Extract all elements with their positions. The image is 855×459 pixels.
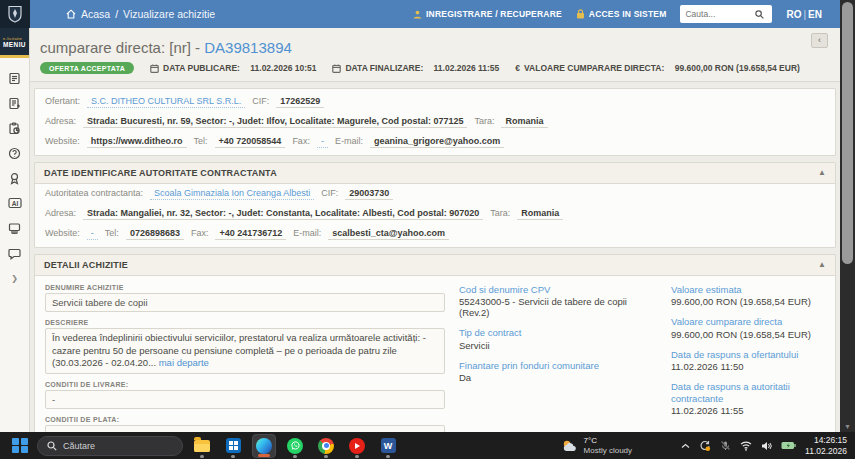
euro-icon: € bbox=[515, 63, 520, 73]
taskbar-clock[interactable]: 14:26:15 11.02.2026 bbox=[805, 435, 847, 456]
award-icon[interactable] bbox=[5, 170, 25, 186]
descriere-field[interactable]: În vederea îndeplinirii obiectivului ser… bbox=[45, 328, 445, 374]
ai-icon[interactable]: AI bbox=[5, 195, 25, 211]
top-navigation-bar: Acasa / Vizualizare achizitie INREGISTRA… bbox=[0, 0, 840, 28]
volume-icon[interactable] bbox=[761, 441, 772, 451]
clock-time: 14:26:15 bbox=[805, 435, 847, 446]
ofertant-adresa: Strada: Bucuresti, nr. 59, Sector: -, Ju… bbox=[83, 116, 467, 128]
plata-label: CONDITII DE PLATA: bbox=[45, 416, 445, 423]
monitor-icon[interactable] bbox=[5, 220, 25, 236]
page-scrollbar[interactable]: ▼ bbox=[840, 0, 855, 432]
breadcrumb-home[interactable]: Acasa bbox=[81, 8, 110, 20]
ofertant-tara: Romania bbox=[501, 116, 547, 128]
sync-update-icon[interactable] bbox=[699, 440, 711, 452]
ofertant-fax: - bbox=[317, 136, 328, 148]
estimated-value-label: Valoare estimata bbox=[671, 284, 825, 295]
youtube-icon bbox=[349, 438, 365, 454]
plata-field[interactable]: op bbox=[45, 425, 445, 432]
weather-temp: 7°C bbox=[584, 436, 632, 445]
site-search-input[interactable] bbox=[685, 9, 755, 19]
sidebar-menu-label: MENIU bbox=[3, 41, 26, 48]
finalize-date: DATA FINALIZARE: 11.02.2026 11:55 bbox=[332, 63, 499, 73]
youtube-app[interactable] bbox=[345, 434, 369, 458]
lock-icon bbox=[576, 9, 585, 19]
clipboard-chart-icon[interactable] bbox=[5, 120, 25, 136]
home-icon[interactable] bbox=[66, 9, 76, 19]
taskbar-search[interactable]: Căutare bbox=[37, 436, 183, 456]
whatsapp-icon bbox=[287, 438, 303, 454]
bidder-response-date: 11.02.2026 11:50 bbox=[671, 361, 825, 372]
search-icon[interactable] bbox=[755, 10, 764, 19]
site-search[interactable] bbox=[680, 5, 772, 23]
ofertant-email: geanina_grigore@yahoo.com bbox=[370, 136, 504, 148]
acquisition-header: cumparare directa: [nr] - DA39813894 OFE… bbox=[30, 28, 840, 82]
section-collapse-chevron[interactable]: ▲ bbox=[818, 168, 826, 178]
contracting-authority-card: DATE IDENTIFICARE AUTORITATE CONTRACTANT… bbox=[34, 162, 836, 248]
help-icon[interactable] bbox=[5, 145, 25, 161]
lang-ro[interactable]: RO bbox=[786, 9, 801, 20]
clock-date: 11.02.2026 bbox=[805, 446, 847, 457]
authority-name-link[interactable]: Scoala Gimnaziala Ion Creanga Albesti bbox=[150, 188, 314, 200]
mai-departe-link[interactable]: mai departe bbox=[159, 357, 209, 368]
livrare-label: CONDITII DE LIVRARE: bbox=[45, 381, 445, 388]
svg-text:AI: AI bbox=[11, 200, 18, 207]
authority-response-date: 11.02.2026 11:55 bbox=[671, 405, 825, 416]
ofertant-name-link[interactable]: S.C. DITHEO CULTURAL SRL S.R.L. bbox=[87, 96, 245, 108]
start-button[interactable] bbox=[10, 434, 30, 458]
seap-logo[interactable] bbox=[0, 0, 30, 28]
funding-label: Finantare prin fonduri comunitare bbox=[459, 360, 657, 371]
estimated-value: 99.600,00 RON (19.658,54 EUR) bbox=[671, 296, 825, 307]
ofertant-card: Ofertant: S.C. DITHEO CULTURAL SRL S.R.L… bbox=[34, 88, 836, 156]
windows-logo-icon bbox=[12, 438, 28, 454]
authority-cif: 29003730 bbox=[345, 188, 393, 200]
section-collapse-chevron[interactable]: ▲ bbox=[818, 260, 826, 270]
authority-website: - bbox=[87, 228, 98, 240]
battery-icon[interactable] bbox=[781, 441, 796, 450]
edge-app[interactable] bbox=[252, 434, 276, 458]
contract-type-label: Tip de contract bbox=[459, 327, 657, 338]
news-icon[interactable] bbox=[5, 70, 25, 86]
shield-logo-icon bbox=[8, 5, 22, 23]
file-explorer-app[interactable] bbox=[190, 434, 214, 458]
mic-muted-icon[interactable] bbox=[720, 440, 731, 451]
chrome-app[interactable] bbox=[314, 434, 338, 458]
weather-widget[interactable]: 7°C Mostly cloudy bbox=[561, 436, 632, 454]
ofertant-website[interactable]: https://www.ditheo.ro bbox=[87, 136, 187, 148]
direct-purchase-value: € VALOARE CUMPARARE DIRECTA: 99.600,00 R… bbox=[515, 63, 800, 73]
scrollbar-thumb[interactable] bbox=[842, 2, 853, 264]
livrare-field[interactable]: - bbox=[45, 390, 445, 409]
register-recover-link[interactable]: INREGISTRARE / RECUPERARE bbox=[413, 9, 562, 19]
windows-taskbar: Căutare W 7°C Mostly cloudy bbox=[0, 432, 855, 459]
chat-icon[interactable] bbox=[5, 245, 25, 261]
word-app[interactable]: W bbox=[376, 434, 400, 458]
ofertant-label: Ofertant: bbox=[45, 96, 80, 106]
panel-collapse-button[interactable]: ‹ bbox=[811, 33, 828, 48]
language-switch: RO|EN bbox=[786, 9, 822, 20]
word-icon: W bbox=[381, 438, 396, 453]
edge-icon bbox=[256, 438, 272, 454]
details-middle-column: Cod si denumire CPV 55243000-5 - Servici… bbox=[459, 284, 657, 432]
taskbar-search-placeholder: Căutare bbox=[63, 441, 95, 451]
wifi-icon[interactable] bbox=[740, 441, 752, 451]
denumire-field[interactable]: Servicii tabere de copii bbox=[45, 293, 445, 312]
breadcrumb-separator: / bbox=[115, 8, 118, 20]
cpv-value: 55243000-5 - Servicii de tabere de copii… bbox=[459, 296, 657, 318]
microsoft-store-app[interactable] bbox=[221, 434, 245, 458]
calendar-icon bbox=[332, 64, 341, 73]
authority-section-header: DATE IDENTIFICARE AUTORITATE CONTRACTANT… bbox=[35, 163, 835, 184]
details-left-column: DENUMIRE ACHIZITIE Servicii tabere de co… bbox=[45, 284, 445, 432]
denumire-label: DENUMIRE ACHIZITIE bbox=[45, 284, 445, 291]
search-icon bbox=[47, 441, 57, 451]
left-sidebar: e-licitatie MENIU AI ❯ bbox=[0, 28, 30, 432]
tray-chevron-up-icon[interactable] bbox=[681, 443, 690, 449]
lang-en[interactable]: EN bbox=[808, 9, 822, 20]
system-access-link[interactable]: ACCES IN SISTEM bbox=[576, 9, 667, 19]
direct-value-label: Valoare cumparare directa bbox=[671, 316, 825, 327]
scrollbar-down-arrow[interactable]: ▼ bbox=[840, 423, 855, 430]
sidebar-collapse-chevron[interactable]: ❯ bbox=[11, 274, 18, 283]
acquisition-id-link[interactable]: DA39813894 bbox=[204, 39, 292, 56]
file-explorer-icon bbox=[194, 440, 210, 452]
whatsapp-app[interactable] bbox=[283, 434, 307, 458]
authority-tel: 0726898683 bbox=[126, 228, 184, 240]
list-document-icon[interactable] bbox=[5, 95, 25, 111]
